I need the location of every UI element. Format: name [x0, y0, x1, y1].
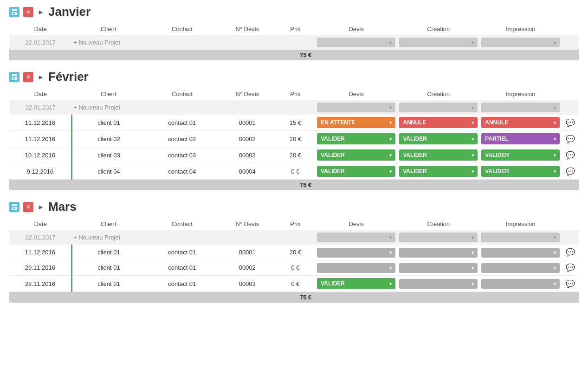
comment-icon[interactable]: 💬 [566, 119, 575, 127]
section-fevrier: ✕►FévrierDateClientContactN° DevisPrixDe… [9, 70, 579, 190]
row-comment-cell: 💬 [562, 115, 579, 131]
comment-icon[interactable]: 💬 [566, 168, 575, 175]
row-client: client 01 [71, 245, 145, 260]
delete-icon[interactable]: ✕ [23, 202, 33, 212]
row-devis-btn[interactable]: VALIDER▾ [317, 166, 395, 177]
row-devis-btn[interactable]: VALIDER▾ [317, 149, 395, 161]
new-row-creation-select[interactable]: ▾ [399, 233, 478, 242]
new-row-impression-select[interactable]: ▾ [481, 38, 560, 47]
comment-icon[interactable]: 💬 [566, 248, 575, 256]
new-project-btn[interactable]: + Nouveau Projet [71, 100, 145, 115]
row-devis-num: 00003 [219, 147, 276, 163]
row-devis-btn[interactable]: VALIDER▾ [317, 278, 395, 289]
row-creation-btn[interactable]: VALIDER▾ [399, 149, 478, 161]
row-creation-btn[interactable]: VALIDER▾ [399, 133, 478, 144]
new-project-btn[interactable]: + Nouveau Projet [71, 35, 145, 50]
new-row-creation-select[interactable]: ▾ [399, 38, 478, 47]
row-devis-num: 00004 [219, 163, 276, 180]
comment-icon[interactable]: 💬 [566, 151, 575, 159]
dropdown-arrow-icon: ▾ [389, 153, 392, 158]
impression-status-label: PARTIEL [485, 136, 508, 142]
row-contact: contact 02 [145, 131, 219, 147]
new-row-prix [276, 230, 315, 245]
col-header-impression: Impression [479, 23, 562, 35]
row-prix: 20 € [276, 131, 315, 147]
row-devis-num: 00002 [219, 131, 276, 147]
row-contact: contact 01 [145, 115, 219, 131]
dropdown-arrow-icon: ▾ [554, 281, 556, 286]
row-devis-btn[interactable]: VALIDER▾ [317, 133, 395, 144]
total-amount: 75 € [276, 50, 315, 60]
row-devis-cell: VALIDER▾ [315, 147, 397, 163]
row-impression-btn[interactable]: PARTIEL▾ [481, 133, 560, 144]
new-row-devis-select[interactable]: ▾ [317, 38, 395, 47]
col-header-contact: Contact [145, 88, 219, 100]
dropdown-arrow-icon: ▾ [554, 265, 556, 271]
row-impression-btn[interactable]: VALIDER▾ [481, 149, 560, 161]
new-row-impression-select[interactable]: ▾ [481, 103, 560, 112]
row-date: 11.12.2016 [9, 115, 71, 131]
row-devis-btn[interactable]: ▾ [317, 248, 395, 258]
row-creation-btn[interactable]: ▾ [399, 279, 478, 289]
comment-icon[interactable]: 💬 [566, 264, 575, 272]
new-row-comment [562, 35, 579, 50]
comment-icon[interactable]: 💬 [566, 280, 575, 288]
col-header-client: Client [71, 23, 145, 35]
row-devis-btn[interactable]: ▾ [317, 263, 395, 273]
row-creation-btn[interactable]: ▾ [399, 263, 478, 273]
dropdown-arrow-icon: ▾ [389, 169, 392, 174]
section-janvier: ✕►JanvierDateClientContactN° DevisPrixDe… [9, 5, 579, 60]
save-icon[interactable] [9, 202, 19, 212]
new-row-impression-cell: ▾ [479, 100, 562, 115]
delete-icon[interactable]: ✕ [23, 72, 33, 82]
table-row: 29.11.2016client 01contact 01000020 €▾▾▾… [9, 260, 579, 276]
new-row-creation-select[interactable]: ▾ [399, 103, 478, 112]
row-creation-btn[interactable]: ▾ [399, 248, 478, 258]
new-row-date: 22.01.2017 [9, 100, 71, 115]
save-icon[interactable] [9, 72, 19, 82]
row-prix: 20 € [276, 245, 315, 260]
col-header-date: Date [9, 23, 71, 35]
devis-status-label: VALIDER [321, 152, 345, 158]
new-row-prix [276, 35, 315, 50]
row-impression-cell: VALIDER▾ [479, 147, 562, 163]
row-impression-cell: PARTIEL▾ [479, 131, 562, 147]
row-impression-btn[interactable]: ▾ [481, 248, 560, 258]
creation-status-label: VALIDER [403, 168, 427, 175]
new-row-num [219, 230, 276, 245]
row-impression-btn[interactable]: ▾ [481, 263, 560, 273]
col-header-client: Client [71, 88, 145, 100]
delete-icon[interactable]: ✕ [23, 7, 33, 17]
svg-rect-2 [13, 13, 15, 14]
toggle-section-icon[interactable]: ► [37, 73, 45, 81]
new-project-btn[interactable]: + Nouveau Projet [71, 230, 145, 245]
row-impression-btn[interactable]: ANNULE▾ [481, 117, 560, 128]
row-contact: contact 01 [145, 245, 219, 260]
row-creation-btn[interactable]: VALIDER▾ [399, 166, 478, 177]
col-header-prix: Prix [276, 218, 315, 230]
row-contact: contact 03 [145, 147, 219, 163]
save-icon[interactable] [9, 7, 19, 17]
toggle-section-icon[interactable]: ► [37, 8, 45, 16]
new-row-devis-select[interactable]: ▾ [317, 103, 395, 112]
comment-icon[interactable]: 💬 [566, 135, 575, 143]
row-creation-btn[interactable]: ANNULE▾ [399, 117, 478, 128]
new-row-impression-select[interactable]: ▾ [481, 233, 560, 242]
toggle-section-icon[interactable]: ► [37, 203, 45, 211]
row-impression-btn[interactable]: VALIDER▾ [481, 166, 560, 177]
row-prix: 0 € [276, 260, 315, 276]
row-impression-btn[interactable]: ▾ [481, 279, 560, 289]
col-header-devis_num: N° Devis [219, 88, 276, 100]
col-header-prix: Prix [276, 23, 315, 35]
new-row-comment [562, 230, 579, 245]
devis-status-label: VALIDER [321, 136, 345, 142]
dropdown-arrow-icon: ▾ [389, 136, 392, 142]
row-devis-btn[interactable]: EN ATTENTE▾ [317, 117, 395, 128]
devis-status-label: VALIDER [321, 280, 345, 287]
new-row-devis-select[interactable]: ▾ [317, 233, 395, 242]
new-row-devis-cell: ▾ [315, 230, 397, 245]
total-row: 75 € [9, 180, 579, 191]
row-devis-cell: VALIDER▾ [315, 276, 397, 292]
row-prix: 20 € [276, 147, 315, 163]
total-row: 75 € [9, 50, 579, 60]
